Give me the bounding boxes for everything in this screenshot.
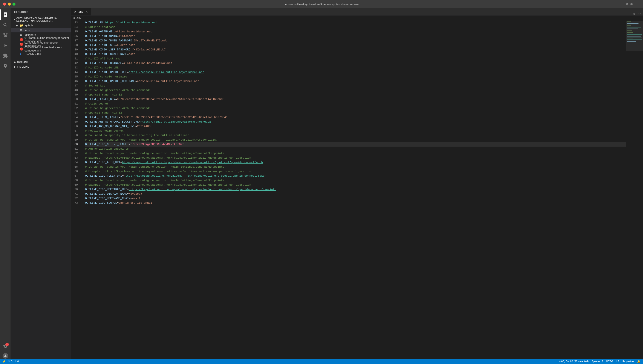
remote-status[interactable]: ⚡ xyxy=(3,360,6,363)
split-editor-icon[interactable]: ⧉ xyxy=(626,2,628,6)
warning-icon: ⚠ xyxy=(14,360,17,363)
close-button[interactable] xyxy=(3,2,6,6)
env-file-icon: ⚙ xyxy=(20,28,24,32)
position-status[interactable]: Ln 60, Col 60 (32 selected) xyxy=(558,360,589,363)
code-line-65: # It can be found in your realm configur… xyxy=(85,164,626,169)
editor[interactable]: 3334353637383940414243444546474849505152… xyxy=(71,20,643,359)
code-line-34: # Outline hostname xyxy=(85,25,626,30)
activity-run[interactable] xyxy=(0,40,11,51)
tab-close-button[interactable]: ✕ xyxy=(85,10,88,14)
layout-icon[interactable]: ▤ xyxy=(630,2,632,6)
tab-label: .env xyxy=(78,10,83,13)
activity-source-control[interactable] xyxy=(0,30,11,40)
line-ending-label: LF xyxy=(616,360,619,363)
code-line-63: # Example: https://keycloak.outline.heyv… xyxy=(85,156,626,160)
activity-explorer[interactable] xyxy=(0,10,11,20)
code-line-73: OUTLINE_OIDC_SCOPES=openid profile email xyxy=(85,201,626,205)
timeline-arrow-icon: ▶ xyxy=(14,66,16,68)
code-line-70: OUTLINE_OIDC_USERINFO_URI=https://keyclo… xyxy=(85,187,626,192)
activity-extensions[interactable] xyxy=(0,51,11,61)
titlebar: .env — outline-keycloak-traefik-letsencr… xyxy=(0,0,643,8)
code-line-35: OUTLINE_HOSTNAME=outline.heyvaldemar.net xyxy=(85,30,626,34)
code-line-43: # MiniIO console URL xyxy=(85,66,626,70)
editor-area: ⚙ .env ✕ ⧉ ··· ⚙ .env 333435363738394041… xyxy=(71,8,643,359)
code-line-47: # Secret key xyxy=(85,84,626,88)
code-line-39: OUTLINE_MINIO_USER_PASSWORD=fK9Xr5auseJC… xyxy=(85,48,626,52)
code-line-41: # MiniIO API hostname xyxy=(85,56,626,61)
code-line-52: # It can be generated with the command: xyxy=(85,106,626,110)
project-name: OUTLINE-KEYCLOAK-TRAEFIK-LETSENCRYPT-DOC… xyxy=(16,17,69,22)
status-right: Ln 60, Col 60 (32 selected) Spaces: 4 UT… xyxy=(558,360,640,363)
tab-file-icon: ⚙ xyxy=(74,10,76,13)
sidebar-item-label: .github xyxy=(25,24,71,27)
code-line-67: OUTLINE_OIDC_TOKEN_URI=https://keycloak.… xyxy=(85,174,626,178)
activity-search[interactable] xyxy=(0,20,11,30)
errors-status[interactable]: ✕ 0 ⚠ 0 xyxy=(8,360,19,363)
status-left: ⚡ ✕ 0 ⚠ 0 xyxy=(3,360,19,363)
timeline-section-header[interactable]: ▶ TIMELINE xyxy=(11,64,71,69)
activity-remote[interactable] xyxy=(0,61,11,71)
code-line-44: OUTLINE_MINIO_CONSOLE_URL=https://consol… xyxy=(85,70,626,74)
project-section-header[interactable]: ▾ OUTLINE-KEYCLOAK-TRAEFIK-LETSENCRYPT-D… xyxy=(11,16,71,23)
project-arrow-icon: ▾ xyxy=(14,18,16,21)
spaces-status[interactable]: Spaces: 4 xyxy=(592,360,603,363)
outline-section-header[interactable]: ▶ OUTLINE xyxy=(11,60,71,64)
code-line-57: # Keycloak realm secret xyxy=(85,128,626,133)
code-line-42: OUTLINE_MINIO_HOSTNAME=minio.outline.hey… xyxy=(85,61,626,66)
code-line-37: OUTLINE_MINIO_ADMIN_PASSWORD=2MsqJ7KpUrm… xyxy=(85,38,626,43)
sidebar-item-readme[interactable]: ℹ README.md xyxy=(11,51,71,56)
sidebar-title: EXPLORER xyxy=(14,11,29,13)
user-avatar[interactable] xyxy=(3,353,8,359)
window-controls[interactable] xyxy=(3,2,16,6)
tab-env[interactable]: ⚙ .env ✕ xyxy=(71,8,91,16)
code-line-62: # It can be found in your realm configur… xyxy=(85,151,626,156)
yaml-file-icon: 🔴 xyxy=(20,43,24,46)
yaml-file-icon: 🔴 xyxy=(20,38,24,41)
sidebar-item-label: 03-outline-minio-redis-docker-compose.ym… xyxy=(25,46,71,52)
readme-file-icon: ℹ xyxy=(20,52,24,55)
sidebar-item-label: README.md xyxy=(25,52,71,55)
code-line-71: OUTLINE_OIDC_DISPLAY_NAME=Keycloak xyxy=(85,192,626,196)
encoding-status[interactable]: UTF-8 xyxy=(606,360,613,363)
minimize-button[interactable] xyxy=(8,2,11,6)
more-icon[interactable]: ··· xyxy=(635,2,640,6)
sidebar-header-actions[interactable]: ··· xyxy=(65,11,68,13)
code-line-49: # openssl rand -hex 32 xyxy=(85,92,626,97)
sidebar-item-label: .env xyxy=(25,28,71,32)
language-label: Properties xyxy=(622,360,634,363)
code-line-40: OUTLINE_MINIO_BUCKET_NAME=data xyxy=(85,52,626,56)
timeline-section-label: TIMELINE xyxy=(17,66,30,68)
maximize-button[interactable] xyxy=(13,2,16,6)
notification-status[interactable]: 🔔 xyxy=(637,360,640,363)
line-ending-status[interactable]: LF xyxy=(616,360,619,363)
window-title: .env — outline-keycloak-traefik-letsencr… xyxy=(284,2,358,6)
sidebar-item-label: .gitignore xyxy=(25,33,71,36)
folder-icon: 📁 xyxy=(20,24,24,27)
code-line-55: OUTLINE_AWS_S3_UPLOAD_BUCKET_URL=https:/… xyxy=(85,120,626,124)
position-label: Ln 60, Col 60 (32 selected) xyxy=(558,360,589,363)
code-line-54: OUTLINE_UTILS_SECRET=7eee2571836979d3724… xyxy=(85,115,626,120)
remote-icon: ⚡ xyxy=(3,360,6,363)
language-status[interactable]: Properties xyxy=(622,360,634,363)
activity-settings[interactable]: 1 xyxy=(0,341,11,351)
code-line-72: OUTLINE_OIDC_USERNAME_CLAIM=email xyxy=(85,196,626,201)
sidebar-item-github[interactable]: ▶ 📁 .github xyxy=(11,23,71,28)
tabs-actions[interactable]: ⧉ ··· xyxy=(633,12,643,16)
code-line-60: OUTLINE_OIDC_CLIENT_SECRET=f7Kzrs3SRNg2M… xyxy=(85,142,626,146)
encoding-label: UTF-8 xyxy=(606,360,613,363)
minimap-svg xyxy=(626,20,643,192)
titlebar-actions[interactable]: ⧉ ▤ ··· xyxy=(626,2,640,6)
code-line-68: # It can be found in your realm configur… xyxy=(85,178,626,183)
sidebar-item-env[interactable]: ⚙ .env xyxy=(11,28,71,32)
code-line-48: # It can be generated with the command: xyxy=(85,88,626,92)
split-editor-icon[interactable]: ⧉ xyxy=(633,12,635,16)
more-tabs-icon[interactable]: ··· xyxy=(636,12,641,16)
code-line-69: # Example: https://keycloak.outline.heyv… xyxy=(85,183,626,187)
sidebar-more-icon[interactable]: ··· xyxy=(65,11,68,13)
code-line-61: # Authentication endpoints xyxy=(85,146,626,151)
settings-badge: 1 xyxy=(5,343,9,346)
code-content[interactable]: OUTLINE_URL=https://outline.heyvaldemar.… xyxy=(83,20,626,359)
code-line-59: # It can be found in your realm manage s… xyxy=(85,138,626,142)
sidebar-item-yaml3[interactable]: 🔴 03-outline-minio-redis-docker-compose.… xyxy=(11,46,71,51)
breadcrumb-label: .env xyxy=(76,16,81,20)
